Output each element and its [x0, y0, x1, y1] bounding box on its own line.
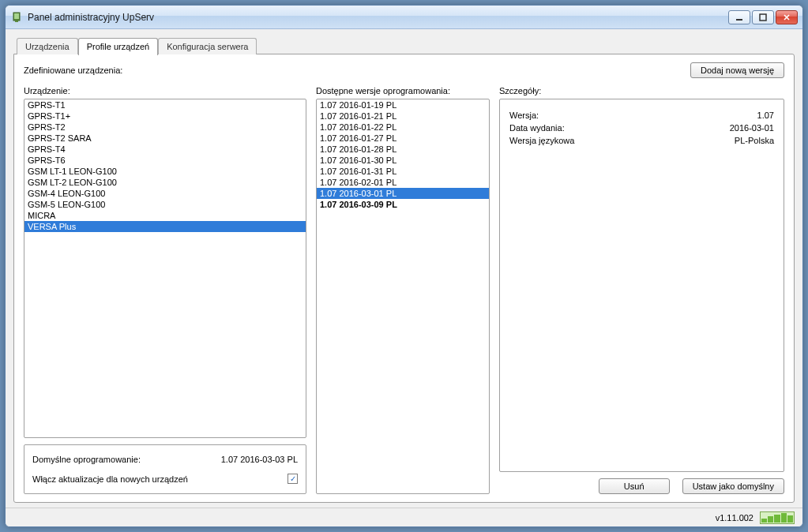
versions-column: Dostępne wersje oprogramowania: 1.07 201…	[316, 86, 490, 494]
version-list-item[interactable]: 1.07 2016-03-01 PL	[317, 188, 489, 199]
default-software-label: Domyślne oprogramowanie:	[32, 455, 221, 464]
status-meter-icon	[760, 511, 795, 524]
titlebar: Panel administracyjny UpServ	[6, 6, 802, 29]
detail-version-value: 1.07	[757, 111, 774, 120]
version-list-item[interactable]: 1.07 2016-01-30 PL	[317, 155, 489, 166]
enable-updates-checkbox[interactable]: ✓	[287, 474, 298, 484]
client-area: Urządzenia Profile urządzeń Konfiguracja…	[6, 29, 802, 508]
maximize-button[interactable]	[752, 10, 774, 24]
device-list-item[interactable]: GSM-4 LEON-G100	[24, 188, 306, 199]
details-column: Szczegóły: Wersja: 1.07 Data wydania: 20…	[499, 86, 784, 494]
svg-rect-4	[760, 14, 766, 21]
window-controls	[728, 10, 798, 24]
detail-version-label: Wersja:	[509, 111, 757, 120]
details-column-label: Szczegóły:	[499, 86, 784, 96]
device-list-item[interactable]: GPRS-T4	[24, 144, 306, 155]
tabs-header: Urządzenia Profile urządzeń Konfiguracja…	[13, 37, 795, 54]
version-list-item[interactable]: 1.07 2016-01-22 PL	[317, 122, 489, 133]
tab-devices[interactable]: Urządzenia	[17, 38, 78, 54]
device-list-item[interactable]: GSM LT-1 LEON-G100	[24, 166, 306, 177]
default-software-value: 1.07 2016-03-03 PL	[221, 455, 298, 464]
detail-date-value: 2016-03-01	[730, 123, 774, 133]
main-window: Panel administracyjny UpServ Urządzenia …	[5, 5, 803, 527]
device-list-item[interactable]: GPRS-T1+	[24, 111, 306, 122]
version-list-item[interactable]: 1.07 2016-01-31 PL	[317, 166, 489, 177]
app-version: v1.11.002	[716, 513, 754, 523]
svg-rect-2	[15, 21, 18, 22]
versions-column-label: Dostępne wersje oprogramowania:	[316, 86, 490, 96]
statusbar: v1.11.002	[6, 508, 802, 526]
version-list-item[interactable]: 1.07 2016-01-21 PL	[317, 111, 489, 122]
detail-date-label: Data wydania:	[509, 123, 730, 133]
detail-lang-label: Wersja językowa	[509, 136, 735, 145]
devices-listbox[interactable]: GPRS-T1GPRS-T1+GPRS-T2GPRS-T2 SARAGPRS-T…	[24, 99, 306, 438]
device-list-item[interactable]: GPRS-T2	[24, 122, 306, 133]
svg-rect-3	[736, 19, 742, 21]
tab-server-config[interactable]: Konfiguracja serwera	[158, 38, 257, 54]
device-list-item[interactable]: GSM LT-2 LEON-G100	[24, 177, 306, 188]
close-button[interactable]	[776, 10, 798, 24]
window-title: Panel administracyjny UpServ	[28, 12, 728, 23]
tab-device-profiles[interactable]: Profile urządzeń	[78, 38, 159, 55]
defined-devices-label: Zdefiniowane urządzenia:	[24, 66, 690, 75]
device-list-item[interactable]: GPRS-T2 SARA	[24, 133, 306, 144]
tab-panel-device-profiles: Zdefiniowane urządzenia: Dodaj nową wers…	[13, 54, 795, 503]
device-settings-box: Domyślne oprogramowanie: 1.07 2016-03-03…	[24, 444, 306, 494]
versions-listbox[interactable]: 1.07 2016-01-19 PL1.07 2016-01-21 PL1.07…	[316, 99, 490, 494]
version-list-item[interactable]: 1.07 2016-01-27 PL	[317, 133, 489, 144]
devices-column-label: Urządzenie:	[24, 86, 306, 96]
app-icon	[10, 11, 23, 24]
minimize-button[interactable]	[728, 10, 750, 24]
version-list-item[interactable]: 1.07 2016-03-09 PL	[317, 199, 489, 210]
device-list-item[interactable]: VERSA Plus	[24, 221, 306, 232]
columns: Urządzenie: GPRS-T1GPRS-T1+GPRS-T2GPRS-T…	[24, 86, 784, 494]
details-box: Wersja: 1.07 Data wydania: 2016-03-01 We…	[499, 99, 784, 472]
detail-lang-value: PL-Polska	[735, 136, 774, 145]
device-list-item[interactable]: GPRS-T6	[24, 155, 306, 166]
svg-rect-1	[14, 13, 19, 19]
device-list-item[interactable]: GSM-5 LEON-G100	[24, 199, 306, 210]
add-version-button[interactable]: Dodaj nową wersję	[690, 62, 784, 78]
version-list-item[interactable]: 1.07 2016-01-19 PL	[317, 99, 489, 111]
version-list-item[interactable]: 1.07 2016-01-28 PL	[317, 144, 489, 155]
top-row: Zdefiniowane urządzenia: Dodaj nową wers…	[24, 62, 784, 78]
enable-updates-label: Włącz aktualizacje dla nowych urządzeń	[32, 474, 287, 484]
device-list-item[interactable]: MICRA	[24, 210, 306, 221]
details-buttons: Usuń Ustaw jako domyślny	[499, 478, 784, 494]
device-list-item[interactable]: GPRS-T1	[24, 99, 306, 111]
devices-column: Urządzenie: GPRS-T1GPRS-T1+GPRS-T2GPRS-T…	[24, 86, 306, 494]
set-default-button[interactable]: Ustaw jako domyślny	[682, 478, 784, 494]
delete-button[interactable]: Usuń	[599, 478, 670, 494]
version-list-item[interactable]: 1.07 2016-02-01 PL	[317, 177, 489, 188]
